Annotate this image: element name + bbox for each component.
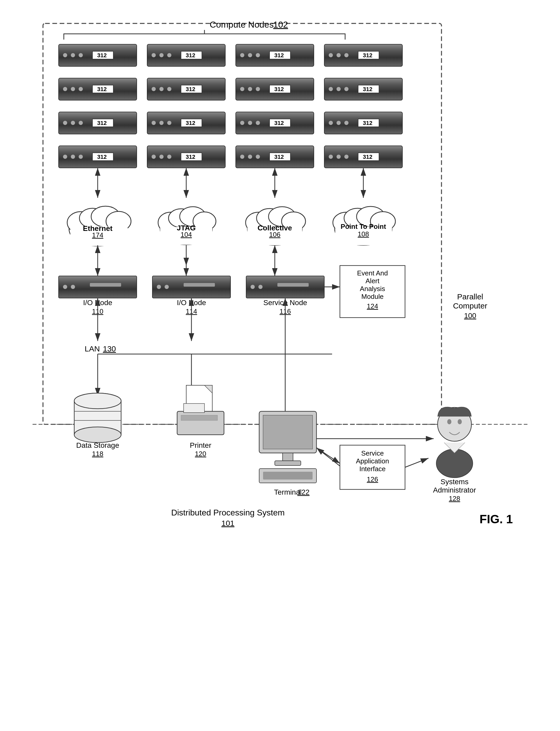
svg-point-20	[337, 53, 341, 57]
svg-rect-125	[90, 283, 121, 287]
svg-rect-122	[59, 276, 137, 298]
svg-point-131	[251, 285, 255, 289]
server-11: 312	[236, 112, 314, 134]
diagram-svg: Compute Nodes 102 312 312	[33, 16, 527, 705]
svg-text:312: 312	[186, 154, 195, 160]
svg-text:312: 312	[363, 86, 372, 92]
svg-rect-133	[277, 283, 309, 287]
systems-administrator: Systems Administrator 128	[433, 407, 476, 502]
svg-point-127	[157, 285, 161, 289]
server-4: 312	[324, 44, 402, 66]
ethernet-cloud: Ethernet 174	[67, 206, 131, 246]
svg-point-56	[159, 121, 164, 125]
point-to-point-cloud: Point To Point 108	[333, 207, 395, 245]
svg-point-27	[79, 87, 83, 91]
svg-text:312: 312	[274, 86, 284, 92]
svg-point-74	[71, 155, 75, 159]
parallel-computer-label: Parallel	[457, 292, 483, 301]
svg-point-33	[167, 87, 171, 91]
server-13: 312	[59, 146, 137, 168]
svg-point-85	[240, 155, 244, 159]
fig-label: FIG. 1	[480, 512, 513, 526]
svg-point-132	[258, 285, 263, 289]
svg-point-62	[248, 121, 252, 125]
arrow-sai-admin	[405, 458, 428, 467]
svg-point-19	[329, 53, 333, 57]
svg-point-61	[240, 121, 244, 125]
svg-point-49	[63, 121, 67, 125]
svg-point-45	[344, 87, 349, 91]
svg-rect-129	[184, 283, 215, 287]
svg-point-43	[329, 87, 333, 91]
server-5: 312	[59, 78, 137, 100]
svg-point-67	[329, 121, 333, 125]
sai-number: 126	[367, 475, 378, 483]
svg-text:312: 312	[274, 120, 284, 126]
distributed-number: 101	[221, 519, 234, 527]
server-15: 312	[236, 146, 314, 168]
svg-point-68	[337, 121, 341, 125]
collective-cloud: Collective 106	[246, 207, 306, 245]
server-2: 312	[147, 44, 225, 66]
collective-number: 106	[269, 231, 280, 239]
event-alert-text4: Module	[361, 293, 383, 301]
svg-point-9	[167, 53, 171, 57]
svg-rect-148	[275, 461, 301, 465]
svg-text:312: 312	[363, 154, 372, 160]
terminal: Terminal 122	[259, 411, 316, 496]
svg-point-32	[159, 87, 164, 91]
svg-rect-142	[177, 411, 224, 435]
sysadmin-label: Systems	[440, 478, 468, 486]
svg-point-128	[165, 285, 169, 289]
svg-text:312: 312	[97, 154, 107, 160]
server-12: 312	[324, 112, 402, 134]
svg-rect-144	[184, 403, 204, 412]
server-8: 312	[324, 78, 402, 100]
printer: Printer 120	[177, 385, 224, 458]
ethernet-number: 174	[92, 231, 103, 239]
svg-point-124	[71, 285, 75, 289]
sai-text2: Application	[356, 457, 389, 465]
svg-point-55	[152, 121, 156, 125]
svg-text:312: 312	[186, 52, 195, 59]
server-7: 312	[236, 78, 314, 100]
sysadmin-label2: Administrator	[433, 486, 476, 494]
terminal-number: 122	[297, 488, 310, 496]
svg-point-14	[248, 53, 252, 57]
svg-point-80	[159, 155, 164, 159]
svg-point-63	[256, 121, 260, 125]
svg-point-38	[248, 87, 252, 91]
server-16: 312	[324, 146, 402, 168]
compute-nodes-label: Compute Nodes	[210, 20, 274, 29]
svg-point-26	[71, 87, 75, 91]
server-10: 312	[147, 112, 225, 134]
lan-number: 130	[103, 345, 116, 353]
server-9: 312	[59, 112, 137, 134]
svg-point-39	[256, 87, 260, 91]
printer-number: 120	[195, 450, 206, 458]
server-14: 312	[147, 146, 225, 168]
svg-point-1	[63, 53, 67, 57]
svg-point-57	[167, 121, 171, 125]
lan-label: LAN	[85, 345, 100, 353]
svg-point-8	[159, 53, 164, 57]
svg-rect-126	[152, 276, 231, 298]
arrow-sai-terminal2	[316, 448, 340, 463]
svg-point-50	[71, 121, 75, 125]
jtag-cloud: JTAG 104	[158, 207, 216, 245]
distributed-label: Distributed Processing System	[171, 508, 285, 517]
diagram-container: Compute Nodes 102 312 312	[33, 16, 527, 705]
svg-point-79	[152, 155, 156, 159]
p2p-label: Point To Point	[341, 223, 386, 230]
p2p-number: 108	[358, 230, 369, 238]
event-alert-number: 124	[367, 302, 378, 310]
svg-point-93	[344, 155, 349, 159]
parallel-computer-number: 100	[464, 312, 476, 320]
svg-point-25	[63, 87, 67, 91]
svg-point-152	[447, 419, 451, 424]
server-6: 312	[147, 78, 225, 100]
page: Compute Nodes 102 312 312	[0, 0, 560, 731]
svg-point-136	[74, 427, 121, 442]
data-storage: Data Storage 118	[74, 393, 121, 458]
svg-point-123	[63, 285, 67, 289]
